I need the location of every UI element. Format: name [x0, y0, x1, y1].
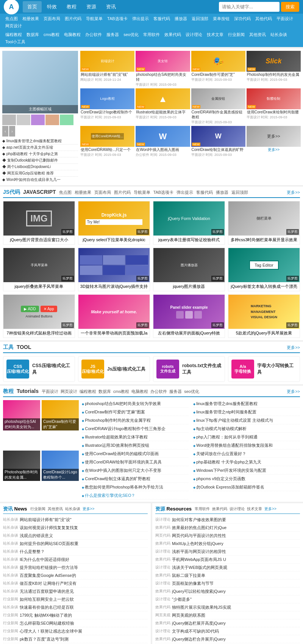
news-item[interactable]: 站长杂谈如何提升你的网站SEO页面权重: [3, 540, 148, 548]
tutorial-tab[interactable]: 服务器: [169, 389, 182, 394]
tutorial-link-item[interactable]: ftp主动模式与被动模式解析: [193, 425, 300, 433]
nav-news[interactable]: 资讯: [102, 1, 120, 13]
banner-next[interactable]: ›: [9, 126, 15, 137]
nav-tutorials[interactable]: 教程: [62, 1, 81, 13]
subnav-link[interactable]: 弹出提示: [130, 15, 151, 22]
subnav-link[interactable]: 站长杂谈: [268, 31, 289, 38]
tool-item-js[interactable]: JS压缩/格式化 Js压缩/格式化工具: [78, 356, 150, 382]
tutorial-link-item[interactable]: linux下ftp客户端主动模式设置 主动模式与: [193, 417, 300, 424]
tutorial-img[interactable]: CorelDraw制作可爱的"芝麻": [42, 400, 79, 430]
resource-item[interactable]: 效果代码鼠标二级下拉菜单: [155, 572, 300, 580]
subnav-link[interactable]: 网页设计: [3, 22, 24, 30]
tutorial-tab[interactable]: 数据库: [98, 389, 111, 394]
resource-item[interactable]: 设计理论如何应对客户修改效果图的要: [155, 516, 300, 524]
news-item[interactable]: 站长杂谈什么是整整？: [3, 548, 148, 556]
resources-more-inline[interactable]: 更多>>: [264, 506, 276, 512]
news-item[interactable]: 行业新闻怎么样获取SEO网站建权经验: [3, 620, 148, 627]
tutorial-tab[interactable]: 编程教程: [80, 389, 96, 394]
js-item[interactable]: MARKETING MANAGEMENT VISUAL DESIGN 拓梦图 5…: [228, 294, 300, 338]
tutorial-link-item[interactable]: 关键词放在什么位置最好？: [193, 450, 300, 458]
news-item[interactable]: 站长杂谈做百度KB对 让网络行产时没有: [3, 580, 148, 587]
banner-item[interactable]: W NEW 在Word中插入图画入图画 办公软件 时间: 2015-09-03: [136, 126, 190, 157]
resource-item[interactable]: 效果代码手机网WebApp页面布局JS U: [155, 556, 300, 564]
tutorial-tab[interactable]: 平面设计: [42, 389, 58, 394]
resource-item[interactable]: 效果代码独特图片展示实现效果纯JS实观: [155, 604, 300, 611]
js-more-link[interactable]: 更多>>: [287, 190, 300, 195]
tutorial-link-item[interactable]: CorelDraw制作可爱的"芝麻"图案: [82, 408, 189, 416]
news-item[interactable]: 站长杂谈网站前端设计师有"前"没"设": [3, 516, 148, 524]
banner-main-image[interactable]: 主图横幅区域: [2, 51, 78, 113]
js-item[interactable]: Panel slider example 拓梦图 左右侧滑动展开的面板jQuer…: [153, 294, 225, 338]
banner-item[interactable]: Slick NEW Photoshop制作时尚的发光金属 平面设计 时间: 20…: [247, 51, 301, 87]
resource-item[interactable]: 设计理论"少都是多": [155, 596, 300, 603]
tutorial-link-item[interactable]: 使用CorelDraw绘画时尚的磁模式印面画: [82, 450, 189, 458]
news-item[interactable]: 站长杂谈该如何视觉设计师找复复复找复: [3, 524, 148, 532]
subnav-link[interactable]: 返回顶部: [189, 15, 211, 22]
js-tab[interactable]: 返回顶部: [231, 190, 248, 195]
resource-item[interactable]: 效果代码jQuery侧边栏合并展开jQuery: [155, 636, 300, 643]
js-tab[interactable]: 图片代码: [114, 190, 131, 195]
js-tab[interactable]: 播放器: [216, 190, 228, 195]
news-item[interactable]: 站长杂谈无法通过百度联盟申请的意见: [3, 588, 148, 595]
tutorial-tab[interactable]: 网页设计: [61, 389, 77, 394]
js-tab[interactable]: 导航菜单: [134, 190, 150, 195]
tutorial-link-item[interactable]: Illustrator运用3D效果制作网页按钮: [82, 442, 189, 449]
nav-effects[interactable]: 特效: [42, 1, 61, 13]
subnav-link[interactable]: 常用软件: [141, 31, 162, 38]
tutorials-more-link[interactable]: 更多>>: [287, 389, 300, 394]
resources-tab[interactable]: 效果代码: [212, 506, 227, 512]
tutorial-tab[interactable]: 电脑教程: [131, 389, 148, 394]
tutorial-link-item[interactable]: CorelDraw绘制立体逼真的旷野教程: [82, 475, 189, 483]
news-tab[interactable]: 行业新闻: [30, 506, 45, 512]
tutorial-link-item[interactable]: 勿Outlook Express添加邮箱邮件签名: [193, 484, 300, 491]
tutorial-link-item[interactable]: Illustrator绘超能效果的立体字教程: [82, 434, 189, 441]
subnav-link[interactable]: seo优化: [121, 31, 141, 38]
resource-item[interactable]: 效果代码jQuery可以轻松地搜索jQuery: [155, 588, 300, 595]
subnav-link[interactable]: 行业新闻: [226, 31, 247, 38]
subnav-link[interactable]: 其他代码: [253, 15, 274, 22]
js-tab[interactable]: 页面布局: [94, 190, 111, 195]
banner-item[interactable]: 使用CorelDRAW绘... NEW 使用CorelDRAW绘...只定一个 …: [80, 126, 134, 157]
subnav-link[interactable]: 播放器: [172, 15, 189, 22]
news-item[interactable]: 站长杂谈IE为什么在中国还适得很好: [3, 556, 148, 564]
news-item[interactable]: 站长杂谈快速最有价值的名已经是百联: [3, 604, 148, 611]
news-item[interactable]: 行业新闻心理大人！联努让感志志全球中展: [3, 628, 148, 635]
resource-item[interactable]: 效果代码效果最好的焦点图幻灯片jQue: [155, 524, 300, 532]
subnav-link[interactable]: 客服代码: [151, 15, 172, 22]
js-tab[interactable]: 客服代码: [196, 190, 213, 195]
nav-home[interactable]: 首页: [23, 1, 42, 13]
banner-item[interactable]: W NEW CorelDraw绘制立体逼真的旷野 平面设计 时间: 2015-0…: [191, 126, 245, 157]
js-item[interactable]: jQuery Form Validation 拓梦图 jquery表单注册填写验…: [153, 201, 225, 245]
subnav-link[interactable]: 技术文章: [205, 31, 226, 38]
subnav-link[interactable]: 办公软件: [83, 31, 104, 38]
js-tab[interactable]: 弹出提示: [176, 190, 193, 195]
subnav-link[interactable]: cms教程: [41, 31, 62, 38]
tutorial-tab[interactable]: 办公软件: [150, 389, 167, 394]
tutorial-link-item[interactable]: photoshop结合SAI把时尚美女转为学效果: [82, 400, 189, 408]
js-tab[interactable]: 相册效果: [75, 190, 91, 195]
news-item[interactable]: 站长杂谈提升营站给栏链接的一些方法等: [3, 564, 148, 572]
js-item[interactable]: 拓梦图 3D旋转木马图片滚动jQuery插件支持: [78, 248, 150, 291]
banner-thumb[interactable]: [45, 115, 59, 125]
js-item[interactable]: 侧栏菜单 拓梦图 多种css3时尚侧栏菜单展开显示效果: [228, 201, 300, 245]
subnav-link[interactable]: 图片代码: [62, 15, 84, 22]
tutorial-link-item[interactable]: Windows下Perl开发环境的安装与配置: [193, 467, 300, 474]
resource-item[interactable]: 效果代码MixItUp上色时效分组jQuery: [155, 540, 300, 548]
js-item[interactable]: Tag Editor 拓梦图 jQuery标签文本输入转换成一个漂亮: [228, 248, 300, 291]
banner-thumb[interactable]: [31, 115, 45, 125]
resource-item[interactable]: 设计理论浅析平面与网页设计的相异性: [155, 548, 300, 556]
banner-thumb[interactable]: [17, 115, 30, 125]
tutorial-img[interactable]: CorelDraw设计Logo教程制作个...: [42, 451, 79, 481]
tutorial-link-item[interactable]: 使用CorelDRAW绘制平面环境的美工具具: [82, 459, 189, 466]
js-item[interactable]: IMG 拓梦图 jQuery图片背景自适应窗口大小: [3, 201, 75, 245]
banner-item[interactable]: Logo教程 NEW CorelDraw设计logo教程制作个 平面设计 时间:…: [80, 88, 134, 125]
resource-item[interactable]: 网页美观网页美观的联系图: [155, 612, 300, 619]
tutorial-link-item[interactable]: CorelDRAW设计logo教程制作个性三角形企: [82, 425, 189, 433]
subnav-link[interactable]: 其他资讯: [247, 31, 268, 38]
resource-item[interactable]: 网页代码网页代码与平面设计的共性性: [155, 532, 300, 540]
tutorial-link-item[interactable]: Word使用替换组合通配符排除恢复段落和: [193, 442, 300, 449]
tutorial-link-item[interactable]: 在Word中插入的图形如何只定大小不变形: [82, 467, 189, 474]
resource-item[interactable]: 效果代码jQuery侧边栏展开高度jQuery: [155, 620, 300, 627]
subnav-link[interactable]: 深功代码: [232, 15, 253, 22]
js-tab[interactable]: TAB选项卡: [153, 190, 174, 195]
